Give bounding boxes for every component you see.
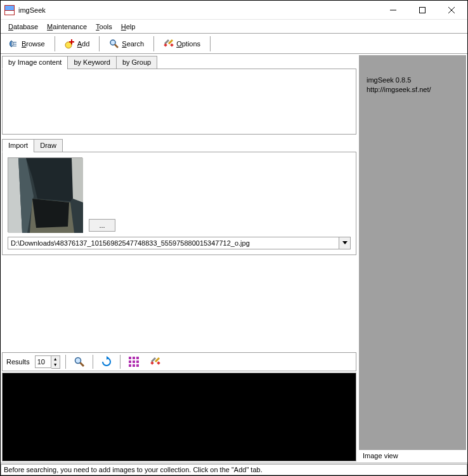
main-toolbar: Browse Add Search Options <box>1 34 467 54</box>
svg-line-14 <box>115 44 118 48</box>
svg-rect-30 <box>129 357 131 359</box>
toolbar-separator <box>120 355 120 369</box>
svg-rect-38 <box>136 364 139 367</box>
svg-marker-25 <box>72 158 83 202</box>
menubar: Database Maintenance Tools Help <box>1 20 467 34</box>
tab-by-group[interactable]: by Group <box>116 56 157 69</box>
image-view-panel: imgSeek 0.8.5 http://imgseek.sf.net/ <box>359 55 466 450</box>
statusbar: Before searching, you need to add images… <box>1 463 467 475</box>
spinner-up[interactable]: ▲ <box>51 356 60 362</box>
toolbar-separator <box>153 36 154 51</box>
spinner-down[interactable]: ▼ <box>51 362 60 368</box>
refresh-icon <box>101 356 112 367</box>
toolbar-separator <box>55 36 55 51</box>
svg-rect-35 <box>136 360 139 363</box>
results-count-spinner: ▲ ▼ <box>35 355 60 369</box>
search-icon <box>109 39 119 49</box>
svg-rect-17 <box>164 43 167 47</box>
close-icon <box>448 7 455 13</box>
svg-rect-36 <box>129 364 131 367</box>
svg-rect-8 <box>13 44 16 44</box>
options-button[interactable]: Options <box>159 36 205 51</box>
svg-line-28 <box>80 363 84 367</box>
toolbar-separator <box>65 355 66 369</box>
menu-database[interactable]: Database <box>4 22 42 32</box>
menu-tools[interactable]: Tools <box>92 22 116 32</box>
minimize-button[interactable] <box>379 1 408 20</box>
svg-rect-33 <box>129 360 131 363</box>
results-label: Results <box>6 358 30 366</box>
tab-draw[interactable]: Draw <box>34 139 63 152</box>
tab-by-image-content[interactable]: by Image content <box>2 56 68 69</box>
svg-rect-1 <box>5 6 14 10</box>
browse-icon <box>9 39 19 49</box>
chevron-down-icon <box>342 241 348 245</box>
svg-rect-34 <box>133 360 135 363</box>
tab-import[interactable]: Import <box>2 139 34 152</box>
svg-rect-41 <box>150 361 154 365</box>
more-button[interactable]: ... <box>89 219 115 232</box>
search-mode-tabs: by Image content by Keyword by Group <box>2 55 356 135</box>
titlebar: imgSeek <box>1 1 467 20</box>
svg-rect-9 <box>13 46 16 46</box>
tools-icon <box>150 356 161 367</box>
browse-button[interactable]: Browse <box>4 36 49 51</box>
import-thumbnail[interactable] <box>8 157 82 232</box>
window-title: imgSeek <box>18 6 379 14</box>
menu-help[interactable]: Help <box>117 22 140 32</box>
options-icon <box>164 39 174 49</box>
grid-view-button[interactable] <box>126 354 142 369</box>
toolbar-separator <box>93 355 93 369</box>
run-search-button[interactable] <box>71 354 88 369</box>
minimize-icon <box>390 7 396 13</box>
svg-marker-26 <box>342 241 348 244</box>
app-icon <box>4 5 15 15</box>
file-path-input[interactable] <box>8 237 339 249</box>
svg-rect-31 <box>133 357 135 359</box>
file-path-dropdown[interactable] <box>339 237 351 249</box>
app-url-text: http://imgseek.sf.net/ <box>367 85 458 95</box>
results-count-input[interactable] <box>35 355 51 368</box>
import-draw-tabs: Import Draw <box>2 138 356 255</box>
close-button[interactable] <box>437 1 466 20</box>
svg-rect-2 <box>5 11 14 15</box>
svg-point-27 <box>75 358 81 364</box>
svg-point-13 <box>110 40 115 45</box>
svg-rect-37 <box>133 364 135 367</box>
status-message: Before searching, you need to add images… <box>1 464 467 475</box>
image-view-caption: Image view <box>359 450 466 461</box>
settings-button[interactable] <box>147 354 164 369</box>
svg-rect-42 <box>157 361 160 365</box>
grid-icon <box>128 356 140 367</box>
results-area <box>2 373 356 461</box>
file-path-combo <box>8 237 351 249</box>
add-icon <box>65 39 75 49</box>
svg-point-10 <box>65 42 72 48</box>
app-version-text: imgSeek 0.8.5 <box>367 76 458 85</box>
svg-marker-24 <box>32 199 69 228</box>
search-button[interactable]: Search <box>105 36 148 51</box>
toolbar-separator <box>99 36 100 51</box>
maximize-icon <box>419 7 426 13</box>
svg-rect-4 <box>420 7 426 13</box>
svg-rect-32 <box>136 357 139 359</box>
toolbar-separator <box>210 36 211 51</box>
refresh-button[interactable] <box>98 354 115 369</box>
tab-by-keyword[interactable]: by Keyword <box>67 56 116 69</box>
svg-rect-18 <box>170 43 174 47</box>
menu-maintenance[interactable]: Maintenance <box>43 22 91 32</box>
search-icon <box>74 356 85 367</box>
svg-rect-7 <box>13 42 16 43</box>
maximize-button[interactable] <box>408 1 437 20</box>
add-button[interactable]: Add <box>60 36 94 51</box>
results-toolbar: Results ▲ ▼ <box>2 352 356 371</box>
